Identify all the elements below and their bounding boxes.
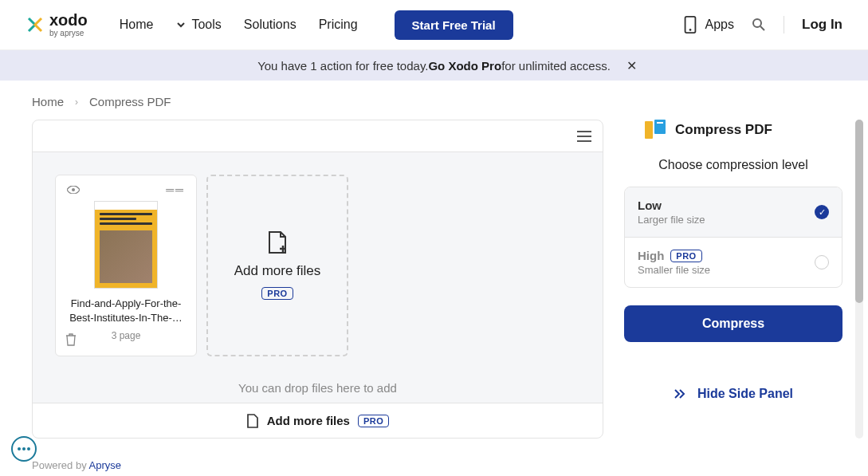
pro-badge: PRO	[670, 250, 701, 262]
radio-selected-icon	[815, 205, 829, 219]
drag-handle-icon[interactable]: ══	[166, 183, 185, 196]
add-files-label: Add more files	[234, 263, 321, 279]
banner-post: for unlimited access.	[501, 59, 611, 73]
breadcrumb-home[interactable]: Home	[32, 95, 64, 108]
pro-badge: PRO	[261, 287, 293, 300]
panel-title: Compress PDF	[675, 122, 772, 138]
side-panel: Compress PDF Choose compression level Lo…	[619, 120, 847, 439]
svg-point-1	[689, 29, 691, 31]
radio-unselected-icon	[815, 255, 829, 269]
double-chevron-right-icon	[674, 388, 686, 399]
document-add-icon	[267, 231, 288, 255]
breadcrumb-current: Compress PDF	[89, 95, 171, 108]
delete-icon[interactable]	[65, 333, 77, 346]
logo-name: xodo	[49, 12, 88, 28]
pro-badge: PRO	[358, 415, 389, 427]
add-files-footer-label: Add more files	[267, 414, 350, 427]
drop-hint: You can drop files here to add	[33, 381, 603, 395]
compress-button[interactable]: Compress	[624, 305, 842, 342]
nav-home[interactable]: Home	[120, 18, 154, 32]
banner-pre: You have 1 action for free today.	[257, 59, 428, 73]
main-header: xodo by apryse Home Tools Solutions Pric…	[0, 0, 868, 50]
cookie-settings-icon[interactable]	[11, 436, 37, 462]
apps-label: Apps	[705, 18, 734, 32]
compress-pdf-icon	[642, 120, 666, 140]
option-low[interactable]: Low Larger file size	[625, 187, 842, 237]
svg-rect-5	[654, 120, 666, 134]
preview-icon[interactable]	[67, 186, 80, 194]
search-icon[interactable]	[752, 18, 766, 32]
divider	[784, 16, 784, 33]
panel-subhead: Choose compression level	[624, 158, 842, 172]
scrollbar[interactable]	[855, 120, 863, 439]
chevron-right-icon: ›	[75, 96, 78, 108]
hide-panel-label: Hide Side Panel	[697, 387, 793, 401]
chevron-down-icon	[175, 19, 187, 30]
compression-options: Low Larger file size High PRO Smaller fi…	[624, 187, 842, 288]
logo-icon	[26, 15, 45, 34]
primary-nav: Home Tools Solutions Pricing Start Free …	[120, 10, 513, 40]
start-trial-button[interactable]: Start Free Trial	[395, 10, 513, 40]
svg-point-2	[753, 19, 761, 27]
option-low-desc: Larger file size	[638, 214, 705, 226]
nav-solutions[interactable]: Solutions	[244, 18, 297, 32]
file-card[interactable]: ══ Find-and-Apply-For-the-Best-Institute…	[55, 175, 197, 356]
document-add-icon	[246, 414, 259, 428]
svg-rect-6	[657, 122, 663, 124]
list-view-icon[interactable]	[577, 131, 591, 142]
panel-header: Compress PDF	[624, 120, 842, 140]
svg-point-3	[72, 188, 75, 191]
breadcrumb: Home › Compress PDF	[0, 81, 868, 120]
banner-cta[interactable]: Go Xodo Pro	[428, 59, 501, 73]
option-high-desc: Smaller file size	[638, 264, 710, 276]
hide-panel-link[interactable]: Hide Side Panel	[624, 387, 842, 401]
main-content: ══ Find-and-Apply-For-the-Best-Institute…	[0, 120, 868, 439]
promo-banner: You have 1 action for free today. Go Xod…	[0, 50, 868, 81]
file-stage-panel: ══ Find-and-Apply-For-the-Best-Institute…	[32, 120, 603, 439]
file-name: Find-and-Apply-For-the-Best-Institutes-I…	[64, 297, 188, 325]
powered-by: Powered by Apryse	[32, 459, 121, 471]
add-files-tile[interactable]: Add more files PRO	[206, 175, 348, 356]
login-link[interactable]: Log In	[802, 17, 842, 33]
add-files-footer[interactable]: Add more files PRO	[33, 403, 603, 438]
logo-subtitle: by apryse	[49, 30, 88, 37]
file-stage[interactable]: ══ Find-and-Apply-For-the-Best-Institute…	[33, 152, 603, 403]
option-high-name: High	[638, 249, 664, 262]
apryse-link[interactable]: Apryse	[89, 459, 121, 471]
nav-tools-label: Tools	[191, 18, 221, 32]
file-page-count: 3 page	[112, 330, 141, 341]
apps-link[interactable]: Apps	[683, 16, 734, 33]
stage-toolbar	[33, 120, 603, 152]
logo[interactable]: xodo by apryse	[26, 12, 88, 37]
option-high[interactable]: High PRO Smaller file size	[625, 237, 842, 287]
svg-rect-4	[645, 121, 653, 139]
file-thumbnail	[94, 201, 158, 289]
nav-pricing[interactable]: Pricing	[319, 18, 358, 32]
nav-tools[interactable]: Tools	[175, 18, 221, 32]
close-icon[interactable]: ✕	[626, 58, 637, 73]
option-low-name: Low	[638, 199, 662, 212]
phone-icon	[683, 16, 697, 33]
